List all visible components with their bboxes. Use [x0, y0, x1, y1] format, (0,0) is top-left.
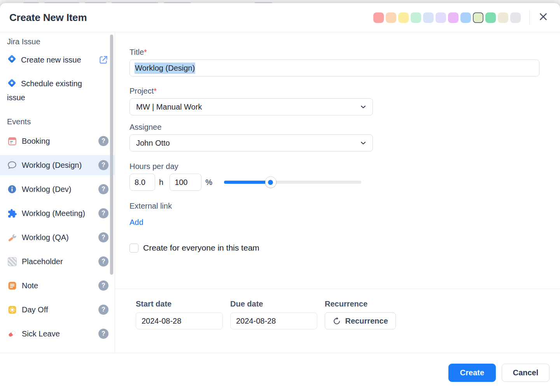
color-swatch[interactable]	[411, 12, 421, 23]
help-icon[interactable]	[98, 184, 108, 194]
sidebar-item-booking[interactable]: Booking	[0, 131, 115, 151]
recurrence-field: Recurrence Recurrence	[325, 299, 396, 329]
sidebar-item-worklog-dev[interactable]: Worklog (Dev)	[0, 179, 115, 199]
sidebar-scrollbar[interactable]	[110, 35, 113, 275]
color-swatch[interactable]	[398, 12, 409, 23]
item-form: Title* Worklog (Design) Project* MW | Ma…	[115, 32, 560, 353]
color-swatch-picker	[373, 12, 521, 23]
create-for-team-row[interactable]: Create for everyone in this team	[130, 243, 554, 253]
dialog-header: Create New Item	[0, 3, 560, 32]
external-link-label: External link	[130, 201, 554, 211]
help-icon[interactable]	[98, 329, 108, 339]
refresh-icon	[332, 317, 341, 325]
create-for-team-label: Create for everyone in this team	[143, 243, 259, 253]
color-swatch[interactable]	[386, 12, 396, 23]
percent-input[interactable]	[170, 174, 201, 191]
sidebar-item-label: Booking	[22, 137, 50, 146]
sidebar-item-label: Placeholder	[22, 257, 63, 266]
dialog-title: Create New Item	[9, 12, 87, 24]
sidebar-item-sick-leave[interactable]: Sick Leave	[0, 324, 115, 344]
recurrence-button[interactable]: Recurrence	[325, 312, 396, 329]
project-select[interactable]: MW | Manual Work	[130, 98, 373, 115]
open-external-button[interactable]	[98, 55, 108, 65]
speech-bubble-icon	[7, 160, 17, 170]
events-list: Booking Worklog (Design)	[0, 131, 115, 344]
start-date-field: Start date	[136, 299, 223, 329]
create-for-team-checkbox[interactable]	[130, 244, 138, 253]
striped-square-icon	[7, 256, 17, 267]
recurrence-button-label: Recurrence	[345, 317, 388, 326]
color-swatch[interactable]	[373, 12, 384, 23]
due-date-input[interactable]	[230, 312, 317, 329]
chevron-down-icon	[359, 139, 367, 147]
due-date-label: Due date	[230, 299, 317, 309]
create-button[interactable]: Create	[448, 364, 496, 382]
help-icon[interactable]	[98, 256, 108, 267]
dialog-body: Jira Issue Create new issue	[0, 32, 560, 353]
color-swatch[interactable]	[436, 12, 446, 23]
schedule-section-divider	[115, 289, 560, 289]
color-swatch[interactable]	[485, 12, 496, 23]
sidebar-item-create-new-issue[interactable]: Create new issue	[0, 55, 115, 65]
assignee-label: Assignee	[130, 122, 554, 132]
chevron-down-icon	[359, 103, 367, 111]
sidebar-section-events: Events	[0, 117, 115, 126]
color-swatch[interactable]	[448, 12, 458, 23]
close-button[interactable]	[537, 11, 550, 24]
help-icon[interactable]	[98, 208, 108, 218]
sidebar-item-label: Create new issue	[21, 56, 81, 64]
schedule-row: Start date Due date Recurrence	[130, 299, 554, 329]
color-swatch[interactable]	[510, 12, 521, 23]
add-external-link-button[interactable]: Add	[130, 218, 144, 227]
sidebar-item-worklog-meeting[interactable]: Worklog (Meeting)	[0, 203, 115, 223]
project-label: Project*	[130, 86, 554, 96]
hours-per-day-label: Hours per day	[130, 162, 554, 171]
color-swatch[interactable]	[498, 12, 508, 23]
sidebar-item-label: Note	[22, 281, 38, 290]
sidebar-section-jira-issue: Jira Issue	[0, 37, 115, 46]
required-marker: *	[154, 87, 157, 95]
recurrence-label: Recurrence	[325, 299, 396, 309]
sidebar-item-schedule-existing-issue[interactable]: Schedule existing issue	[0, 77, 97, 104]
sidebar-item-label: Worklog (Design)	[22, 161, 82, 170]
color-swatch[interactable]	[460, 12, 471, 23]
create-new-item-dialog: Create New Item	[0, 3, 560, 392]
start-date-input[interactable]	[136, 312, 223, 329]
help-icon[interactable]	[98, 280, 108, 291]
info-circle-icon	[7, 184, 17, 194]
help-icon[interactable]	[98, 160, 108, 170]
assignee-select-value: John Otto	[136, 139, 170, 148]
jira-diamond-icon	[7, 78, 17, 91]
title-label: Title*	[130, 47, 554, 57]
header-divider	[529, 10, 530, 25]
sidebar-item-placeholder[interactable]: Placeholder	[0, 251, 115, 272]
sidebar-item-worklog-design[interactable]: Worklog (Design)	[0, 155, 115, 175]
booking-calendar-icon	[7, 136, 17, 146]
due-date-field: Due date	[230, 299, 317, 329]
start-date-label: Start date	[136, 299, 223, 309]
help-icon[interactable]	[98, 305, 108, 315]
pill-icon	[7, 329, 17, 339]
sidebar-item-note[interactable]: Note	[0, 275, 115, 296]
sun-icon	[7, 305, 17, 315]
title-input[interactable]: Worklog (Design)	[130, 59, 539, 77]
color-swatch[interactable]	[423, 12, 434, 23]
project-select-value: MW | Manual Work	[136, 103, 202, 112]
cancel-button[interactable]: Cancel	[502, 364, 550, 382]
required-marker: *	[144, 48, 147, 56]
hours-input[interactable]	[130, 174, 155, 191]
hours-slider[interactable]	[224, 181, 361, 184]
help-icon[interactable]	[98, 232, 108, 242]
item-type-sidebar: Jira Issue Create new issue	[0, 32, 115, 353]
title-input-value: Worklog (Design)	[135, 63, 195, 74]
sidebar-item-label: Schedule existing issue	[7, 79, 82, 102]
sidebar-item-worklog-qa[interactable]: Worklog (QA)	[0, 227, 115, 247]
help-icon[interactable]	[98, 136, 108, 146]
puzzle-icon	[7, 208, 17, 218]
close-icon	[537, 11, 549, 24]
color-swatch-selected[interactable]	[473, 12, 483, 23]
hours-slider-thumb[interactable]	[265, 177, 276, 188]
sidebar-item-day-off[interactable]: Day Off	[0, 300, 115, 320]
sidebar-item-label: Sick Leave	[22, 329, 60, 338]
assignee-select[interactable]: John Otto	[130, 134, 373, 152]
